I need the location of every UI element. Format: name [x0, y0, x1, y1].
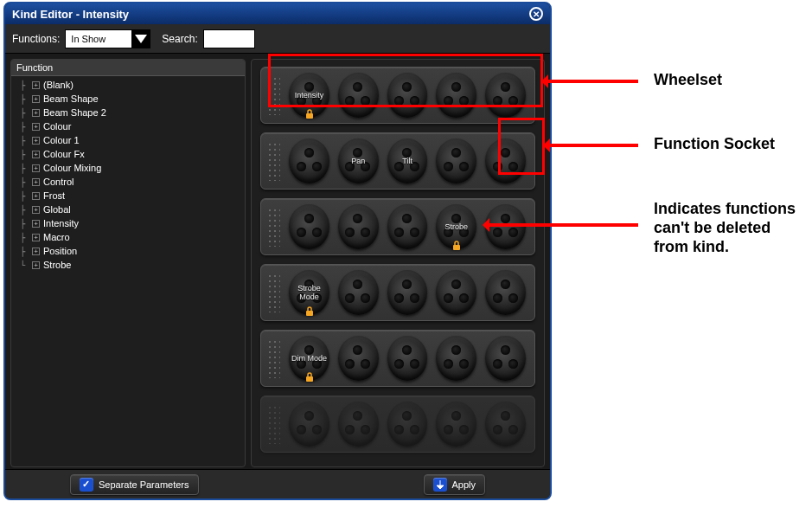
tree-item[interactable]: ├+Macro	[11, 230, 245, 244]
close-icon[interactable]: ✕	[529, 7, 543, 21]
expand-icon[interactable]: +	[32, 206, 40, 214]
socket-holes-icon	[345, 411, 371, 437]
function-socket[interactable]	[436, 402, 476, 447]
tree-item-label: Beam Shape 2	[43, 107, 106, 118]
expand-icon[interactable]: +	[32, 178, 40, 186]
function-socket[interactable]	[338, 73, 379, 118]
tree-item[interactable]: ├+Colour Mixing	[11, 161, 245, 175]
tree-item[interactable]: ├+Beam Shape 2	[11, 106, 245, 119]
socket-holes-icon	[345, 345, 371, 371]
drag-grip-icon[interactable]	[266, 273, 280, 312]
wheelset[interactable]: Strobe	[260, 198, 535, 255]
tree-item-label: Beam Shape	[43, 93, 99, 104]
function-socket[interactable]	[485, 204, 526, 249]
function-socket[interactable]: Pan	[338, 138, 379, 183]
lock-icon	[451, 241, 462, 251]
expand-icon[interactable]: +	[32, 248, 40, 255]
function-socket[interactable]: Tilt	[387, 138, 428, 183]
wheelset-panel[interactable]: IntensityPanTiltStrobeStrobe ModeDim Mod…	[251, 59, 545, 467]
tree-item[interactable]: ├+Colour Fx	[11, 147, 245, 161]
expand-icon[interactable]: +	[32, 220, 40, 228]
apply-label: Apply	[452, 479, 476, 490]
function-socket[interactable]	[338, 336, 379, 381]
separate-parameters-toggle[interactable]: ✓ Separate Parameters	[70, 474, 199, 495]
wheelset[interactable]: Intensity	[260, 67, 535, 124]
tree-item[interactable]: ├+(Blank)	[11, 78, 245, 92]
socket-holes-icon	[297, 345, 323, 371]
function-socket[interactable]	[485, 336, 526, 381]
function-socket[interactable]: Dim Mode	[289, 336, 329, 381]
socket-holes-icon	[493, 411, 519, 437]
function-socket[interactable]	[436, 336, 476, 381]
lock-icon	[304, 109, 315, 119]
expand-icon[interactable]: +	[32, 261, 40, 269]
function-socket[interactable]	[485, 402, 526, 447]
function-socket[interactable]: Strobe	[436, 204, 476, 249]
annotation-wheelset: Wheelset	[654, 71, 722, 89]
functions-select[interactable]: In Show	[65, 29, 132, 48]
function-socket[interactable]	[338, 402, 379, 447]
function-socket[interactable]	[485, 73, 526, 118]
expand-icon[interactable]: +	[32, 151, 40, 158]
tree-item[interactable]: └+Strobe	[11, 258, 245, 272]
function-socket[interactable]	[387, 336, 428, 381]
drag-grip-icon[interactable]	[266, 141, 280, 181]
tree-item[interactable]: ├+Frost	[11, 189, 245, 203]
expand-icon[interactable]: +	[32, 137, 40, 145]
expand-icon[interactable]: +	[32, 164, 40, 172]
tree-item-label: Colour	[43, 121, 71, 132]
search-input[interactable]	[203, 29, 255, 48]
function-socket[interactable]	[387, 402, 428, 447]
wheelset[interactable]: PanTilt	[260, 132, 535, 190]
expand-icon[interactable]: +	[32, 192, 40, 200]
function-socket[interactable]: Strobe Mode	[289, 270, 329, 315]
lock-icon	[304, 372, 315, 383]
drag-grip-icon[interactable]	[266, 338, 280, 378]
tree-item-label: Macro	[43, 232, 70, 242]
function-socket[interactable]	[289, 402, 329, 447]
tree-item[interactable]: ├+Intensity	[11, 216, 245, 230]
function-socket[interactable]	[289, 204, 329, 249]
tree-item[interactable]: ├+Global	[11, 203, 245, 216]
socket-holes-icon	[444, 214, 470, 240]
tree-item[interactable]: ├+Colour 1	[11, 133, 245, 147]
socket-holes-icon	[297, 214, 323, 240]
function-socket[interactable]	[387, 73, 428, 118]
function-socket[interactable]	[387, 204, 428, 249]
wheelset[interactable]: Strobe Mode	[260, 264, 535, 321]
function-socket[interactable]	[436, 138, 476, 183]
kind-editor-window: Kind Editor - Intensity ✕ Functions: In …	[3, 2, 552, 500]
function-socket[interactable]: Intensity	[289, 73, 329, 118]
expand-icon[interactable]: +	[32, 109, 40, 117]
drag-grip-icon[interactable]	[266, 75, 280, 115]
tree-item[interactable]: ├+Control	[11, 175, 245, 189]
function-socket[interactable]	[485, 270, 526, 315]
function-socket[interactable]	[436, 73, 476, 118]
tree-item[interactable]: ├+Position	[11, 244, 245, 258]
function-socket[interactable]	[338, 270, 379, 315]
tree-branch-icon: ├	[16, 150, 29, 159]
tree-item[interactable]: ├+Colour	[11, 119, 245, 133]
function-tree[interactable]: ├+(Blank)├+Beam Shape├+Beam Shape 2├+Col…	[11, 76, 245, 466]
chevron-down-icon[interactable]	[131, 29, 150, 48]
function-socket[interactable]	[338, 204, 379, 249]
wheelset[interactable]	[260, 395, 535, 453]
tree-branch-icon: ├	[16, 108, 29, 118]
expand-icon[interactable]: +	[32, 234, 40, 241]
apply-button[interactable]: Apply	[424, 474, 486, 495]
svg-marker-0	[135, 35, 147, 43]
function-socket[interactable]	[387, 270, 428, 315]
function-socket[interactable]	[289, 138, 329, 183]
titlebar[interactable]: Kind Editor - Intensity ✕	[5, 3, 550, 24]
drag-grip-icon[interactable]	[266, 207, 280, 247]
expand-icon[interactable]: +	[32, 95, 40, 103]
expand-icon[interactable]: +	[32, 81, 40, 89]
tree-item-label: Frost	[43, 190, 65, 201]
tree-item-label: Colour 1	[43, 135, 80, 145]
tree-item[interactable]: ├+Beam Shape	[11, 92, 245, 106]
function-socket[interactable]	[485, 138, 526, 183]
expand-icon[interactable]: +	[32, 123, 40, 131]
drag-grip-icon[interactable]	[266, 404, 280, 444]
wheelset[interactable]: Dim Mode	[260, 330, 535, 387]
function-socket[interactable]	[436, 270, 476, 315]
